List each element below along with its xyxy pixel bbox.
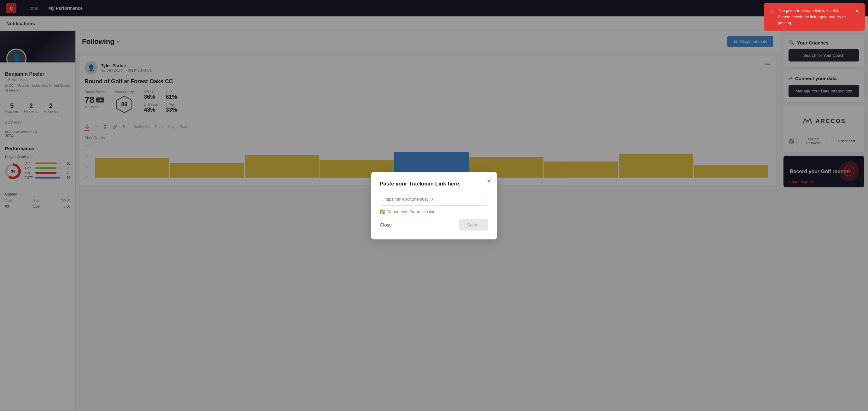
error-toast: ⚠ The given trackman link is invalid. Pl… (764, 3, 865, 31)
modal-success-message: ✅ Report sent for processing (380, 210, 488, 214)
modal-title: Paste your Trackman Link here. (380, 181, 488, 187)
toast-warning-icon: ⚠ (770, 8, 774, 15)
modal-actions: Close Submit (380, 219, 488, 230)
modal-overlay: Paste your Trackman Link here. ✕ ✅ Repor… (0, 0, 868, 411)
toast-close-button[interactable]: ✕ (855, 7, 859, 15)
toast-message: The given trackman link is invalid. Plea… (778, 7, 851, 26)
trackman-link-input[interactable] (380, 193, 488, 205)
check-icon: ✅ (380, 210, 385, 214)
trackman-modal: Paste your Trackman Link here. ✕ ✅ Repor… (371, 172, 497, 240)
modal-close-x-button[interactable]: ✕ (487, 178, 491, 185)
modal-close-button[interactable]: Close (380, 222, 392, 227)
modal-submit-button[interactable]: Submit (459, 219, 488, 230)
